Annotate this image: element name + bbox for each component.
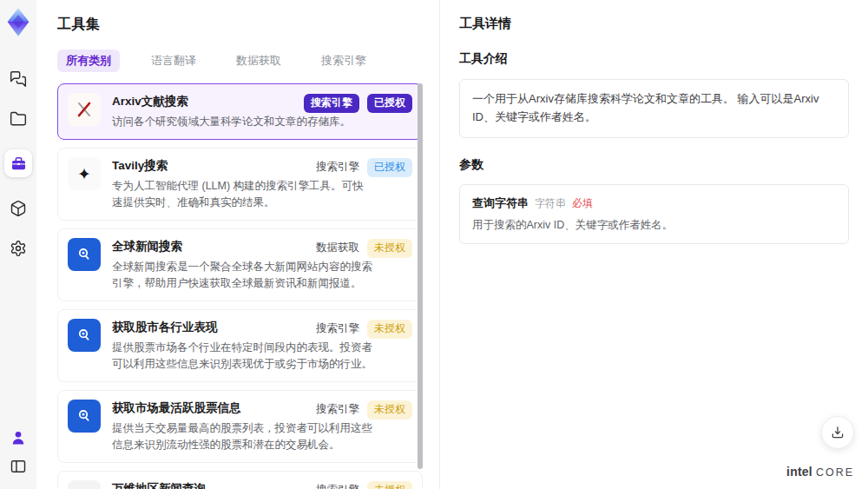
tool-card-sector-performance[interactable]: 获取股市各行业表现 提供股票市场各个行业在特定时间段内的表现。投资者可以利用这些…: [57, 309, 423, 382]
category-label: 搜索引擎: [316, 321, 359, 336]
folder-icon[interactable]: [10, 109, 28, 128]
download-icon: [830, 425, 845, 440]
package-icon[interactable]: [10, 199, 28, 217]
auth-status-badge: 未授权: [367, 400, 412, 420]
download-button[interactable]: [821, 416, 854, 449]
arxiv-icon: [68, 93, 101, 126]
settings-icon[interactable]: [10, 239, 28, 257]
category-tabs: 所有类别 语言翻译 数据获取 搜索引擎: [57, 50, 439, 72]
user-avatar-icon[interactable]: [10, 428, 28, 446]
tab-data-fetch[interactable]: 数据获取: [227, 50, 290, 72]
rail-bottom: [10, 428, 28, 475]
toolbox-icon-active[interactable]: [4, 149, 32, 177]
panel-toggle-icon[interactable]: [10, 457, 28, 475]
tool-list: Arxiv文献搜索 访问各个研究领域大量科学论文和文章的存储库。 搜索引擎 已授…: [57, 83, 423, 489]
intel-core-logo: intel core: [786, 465, 854, 479]
param-description: 用于搜索的Arxiv ID、关键字或作者姓名。: [472, 218, 836, 233]
tab-language-translation[interactable]: 语言翻译: [142, 50, 205, 72]
auth-status-badge: 未授权: [367, 239, 412, 258]
parameter-item: 查询字符串 字符串 必填 用于搜索的Arxiv ID、关键字或作者姓名。: [459, 184, 849, 244]
page-title: 工具集: [57, 16, 439, 34]
param-required-flag: 必填: [572, 196, 593, 211]
tool-description: 全球新闻搜索是一个聚合全球各大新闻网站内容的搜索引擎，帮助用户快速获取全球最新资…: [112, 259, 374, 292]
category-label: 搜索引擎: [316, 402, 359, 417]
tool-intro-text: 一个用于从Arxiv存储库搜索科学论文和文章的工具。 输入可以是Arxiv ID…: [459, 79, 849, 138]
chat-icon[interactable]: [10, 69, 28, 88]
newspaper-icon: [68, 480, 101, 489]
tool-description: 访问各个研究领域大量科学论文和文章的存储库。: [112, 114, 374, 130]
category-label: 数据获取: [316, 241, 359, 255]
param-type: 字符串: [535, 196, 566, 211]
tool-details-panel: 工具详情 工具介绍 一个用于从Arxiv存储库搜索科学论文和文章的工具。 输入可…: [439, 0, 868, 489]
app-window: 工具集 所有类别 语言翻译 数据获取 搜索引擎 Arxiv文献搜索 访问各个研究…: [0, 0, 868, 489]
intro-heading: 工具介绍: [459, 51, 849, 67]
tool-description: 专为人工智能代理 (LLM) 构建的搜索引擎工具。可快速提供实时、准确和真实的结…: [112, 178, 374, 211]
blue-search-icon: [68, 400, 101, 433]
param-name: 查询字符串: [472, 195, 529, 211]
category-badge: 搜索引擎: [304, 94, 359, 113]
category-label: 搜索引擎: [316, 160, 359, 175]
brand-intel: intel: [786, 465, 812, 479]
tool-card-arxiv[interactable]: Arxiv文献搜索 访问各个研究领域大量科学论文和文章的存储库。 搜索引擎 已授…: [57, 83, 423, 140]
tool-card-active-stocks[interactable]: 获取市场最活跃股票信息 提供当天交易量最高的股票列表，投资者可以利用这些信息来识…: [57, 390, 423, 463]
auth-status-badge: 未授权: [367, 481, 412, 489]
params-heading: 参数: [459, 157, 849, 173]
auth-status-badge: 已授权: [367, 94, 412, 113]
tool-card-regional-news[interactable]: 万维地区新闻查询 查询具体行政区划内的新闻，快速了解各地新闻动 搜索引擎 未授权: [57, 471, 423, 489]
auth-status-badge: 未授权: [367, 320, 412, 339]
tools-panel: 工具集 所有类别 语言翻译 数据获取 搜索引擎 Arxiv文献搜索 访问各个研究…: [36, 0, 439, 489]
blue-search-icon: [68, 319, 101, 352]
blue-search-icon: [68, 238, 101, 271]
auth-status-badge: 已授权: [367, 158, 412, 177]
tool-card-global-news[interactable]: 全球新闻搜索 全球新闻搜索是一个聚合全球各大新闻网站内容的搜索引擎，帮助用户快速…: [57, 228, 423, 301]
left-rail: [0, 0, 36, 489]
tool-description: 提供股票市场各个行业在特定时间段内的表现。投资者可以利用这些信息来识别表现优于或…: [112, 340, 374, 373]
sparkle-icon: ✦: [68, 157, 101, 190]
category-label: 搜索引擎: [316, 483, 359, 489]
tab-search-engine[interactable]: 搜索引擎: [312, 50, 375, 72]
tab-all-categories[interactable]: 所有类别: [57, 50, 120, 72]
app-logo-icon: [4, 7, 32, 38]
tool-description: 提供当天交易量最高的股票列表，投资者可以利用这些信息来识别流动性强的股票和潜在的…: [112, 420, 374, 453]
brand-core: core: [816, 466, 854, 479]
list-scrollbar[interactable]: [418, 83, 423, 469]
details-title: 工具详情: [459, 16, 849, 32]
tool-card-tavily[interactable]: ✦ Tavily搜索 专为人工智能代理 (LLM) 构建的搜索引擎工具。可快速提…: [57, 148, 423, 221]
rail-nav: [4, 69, 32, 257]
